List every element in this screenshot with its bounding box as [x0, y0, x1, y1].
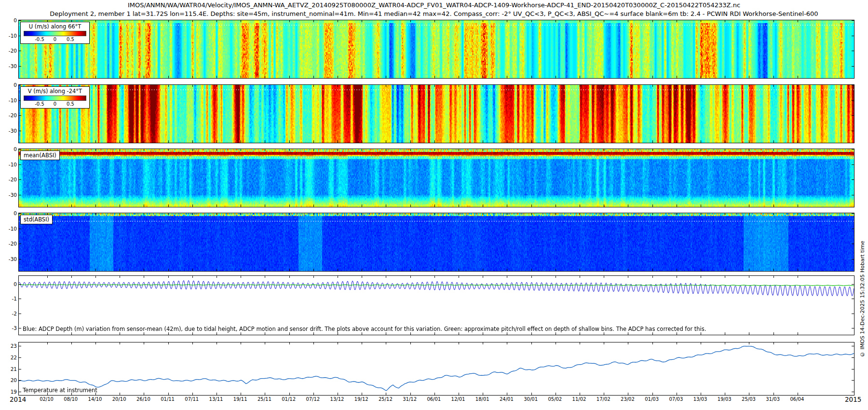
y-tick-label: -10	[9, 162, 17, 167]
mean-absi-depth-axis: 0-10-20-30	[1, 149, 17, 207]
y-tick-label: -20	[9, 112, 17, 118]
adcp-mooring-figure: IMOS/ANMN/WA/WATR04/Velocity/IMOS_ANMN-W…	[0, 0, 868, 410]
x-tick-label: 14/10	[88, 396, 102, 402]
x-tick-label: 18/01	[475, 396, 489, 402]
x-tick-label: 01/03	[645, 396, 659, 402]
x-tick-label: 01/11	[161, 396, 175, 402]
y-tick-label: -3	[12, 325, 17, 331]
x-tick-label: 31/03	[766, 396, 780, 402]
x-tick-label: 19/11	[233, 396, 247, 402]
y-tick-label: -30	[9, 128, 17, 134]
v-velocity-heatmap-canvas	[19, 85, 854, 143]
x-tick-label: 07/12	[306, 396, 320, 402]
x-tick-label: 24/01	[500, 396, 514, 402]
figure-subtitle-deployment-info: Deployment 2, member 1 lat=31.72S lon=11…	[0, 10, 868, 17]
x-tick-label: 13/12	[330, 396, 344, 402]
panel-u-velocity-heatmap: U (m/s) along 66°T -0.500.5 0-10-20-30	[18, 20, 854, 79]
y-tick-label: -20	[9, 177, 17, 182]
std-absi-legend-box: std(ABSI)	[20, 215, 53, 224]
y-tick-label: -30	[9, 192, 17, 198]
x-tick-label: 20/10	[112, 396, 126, 402]
x-tick-label: 06/01	[427, 396, 441, 402]
y-tick-label: 21	[11, 366, 17, 372]
temperature-canvas	[19, 342, 854, 395]
colorbar-tick-label: 0	[54, 37, 56, 42]
x-tick-label: 02/10	[40, 396, 54, 402]
panel-depth-variation-lineplot: Blue: ADCP Depth (m) variation from sens…	[18, 275, 854, 335]
y-tick-label: -30	[9, 256, 17, 262]
v-legend-box: V (m/s) along -24°T -0.500.5	[20, 86, 90, 109]
u-depth-axis: 0-10-20-30	[1, 20, 17, 78]
x-tick-label: 23/02	[621, 396, 635, 402]
x-tick-label: 19/12	[354, 396, 368, 402]
y-tick-label: 0	[14, 281, 17, 287]
x-tick-label: 30/01	[524, 396, 538, 402]
x-tick-label: 31/12	[403, 396, 417, 402]
y-tick-label: -10	[9, 33, 17, 39]
y-tick-label: 0	[14, 17, 17, 23]
x-tick-label: 11/02	[572, 396, 586, 402]
x-tick-label: 06/04	[790, 396, 804, 402]
x-tick-label: 12/01	[451, 396, 465, 402]
y-tick-label: 20	[11, 377, 17, 383]
panel-std-absi-heatmap: std(ABSI) 0-10-20-30	[18, 213, 854, 272]
depth-variation-annotation: Blue: ADCP Depth (m) variation from sens…	[23, 326, 706, 332]
x-tick-label: 01/12	[282, 396, 296, 402]
x-tick-label: 26/10	[136, 396, 150, 402]
x-tick-label: 08/10	[64, 396, 78, 402]
std-absi-depth-axis: 0-10-20-30	[1, 213, 17, 271]
y-tick-label: -1	[12, 296, 17, 301]
y-tick-label: -20	[9, 48, 17, 54]
mean-absi-legend-label: mean(ABSI)	[24, 152, 56, 159]
x-tick-label: 05/02	[548, 396, 562, 402]
panel-mean-absi-heatmap: mean(ABSI) 0-10-20-30	[18, 149, 854, 207]
colorbar-tick-label: 0.5	[67, 101, 74, 107]
u-velocity-heatmap-canvas	[19, 20, 854, 78]
x-tick-label: 25/03	[742, 396, 756, 402]
v-colorbar	[24, 96, 86, 101]
y-tick-label: -10	[9, 226, 17, 232]
y-tick-label: 23	[11, 343, 17, 349]
x-tick-label: 25/11	[258, 396, 271, 402]
panel-v-velocity-heatmap: V (m/s) along -24°T -0.500.5 0-10-20-30	[18, 84, 854, 143]
colorbar-tick-label: 0.5	[67, 37, 74, 42]
depth-variation-axis: 0-1-2-3	[1, 276, 17, 335]
colorbar-tick-label: -0.5	[35, 101, 44, 107]
temperature-axis: 1920212223	[1, 342, 17, 395]
u-legend-label: U (m/s) along 66°T	[24, 23, 86, 30]
temperature-panel-label: Temperature at instrument	[23, 387, 97, 394]
u-colorbar-ticks: -0.500.5	[24, 37, 86, 42]
x-tick-label: 17/02	[597, 396, 610, 402]
copyright-timestamp-text: © IMOS 14-Dec-2025 15:32:05 Hobart time	[859, 207, 866, 391]
y-tick-label: -20	[9, 241, 17, 246]
x-tick-label: 13/11	[209, 396, 223, 402]
y-tick-label: 22	[11, 355, 17, 360]
mean-absi-heatmap-canvas	[19, 149, 854, 207]
u-colorbar	[24, 31, 86, 36]
y-tick-label: 0	[14, 82, 17, 88]
v-colorbar-ticks: -0.500.5	[24, 101, 86, 107]
y-tick-label: 0	[14, 146, 17, 152]
colorbar-tick-label: -0.5	[35, 37, 44, 42]
v-depth-axis: 0-10-20-30	[1, 85, 17, 143]
x-tick-label: 07/11	[185, 396, 199, 402]
panel-temperature-lineplot: Temperature at instrument 1920212223	[18, 342, 854, 396]
y-tick-label: -30	[9, 63, 17, 69]
date-axis-labels: 02/1008/1014/1020/1026/1001/1107/1113/11…	[18, 396, 854, 403]
year-start-label: 2014	[10, 396, 26, 403]
y-tick-label: 19	[11, 389, 17, 395]
figure-title-filename: IMOS/ANMN/WA/WATR04/Velocity/IMOS_ANMN-W…	[0, 1, 868, 9]
year-end-label: 2015	[845, 396, 861, 403]
y-tick-label: 0	[14, 210, 17, 216]
x-tick-label: 25/12	[379, 396, 393, 402]
colorbar-tick-label: 0	[54, 101, 56, 107]
y-tick-label: -10	[9, 97, 17, 103]
x-tick-label: 13/03	[693, 396, 707, 402]
std-absi-heatmap-canvas	[19, 213, 854, 271]
u-legend-box: U (m/s) along 66°T -0.500.5	[20, 22, 90, 44]
y-tick-label: -2	[12, 311, 17, 316]
x-tick-label: 19/03	[718, 396, 732, 402]
x-tick-label: 07/03	[669, 396, 683, 402]
v-legend-label: V (m/s) along -24°T	[24, 88, 86, 95]
std-absi-legend-label: std(ABSI)	[24, 216, 49, 223]
